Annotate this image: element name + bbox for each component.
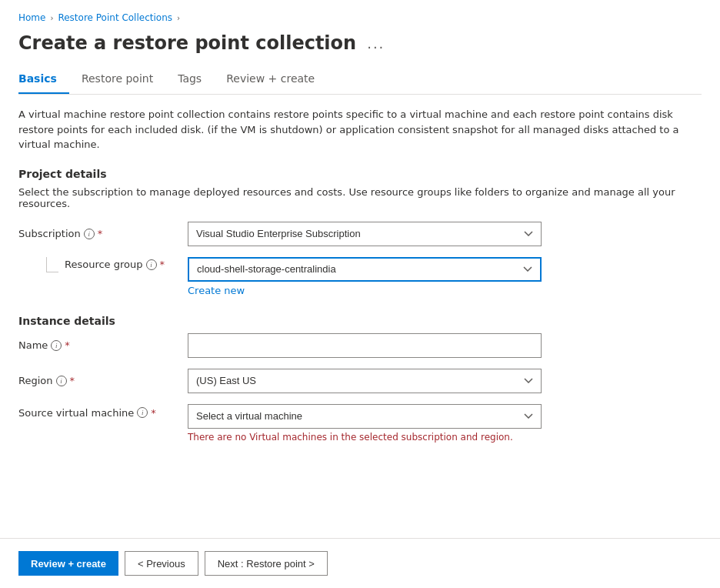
- resource-group-label: Resource group: [65, 259, 143, 270]
- project-details-title: Project details: [18, 168, 702, 180]
- tab-review-create[interactable]: Review + create: [226, 66, 327, 94]
- region-required: *: [70, 375, 75, 386]
- breadcrumb-home[interactable]: Home: [18, 12, 45, 23]
- breadcrumb-restore-collections[interactable]: Restore Point Collections: [58, 12, 172, 23]
- tab-bar: Basics Restore point Tags Review + creat…: [18, 66, 702, 95]
- source-vm-label: Source virtual machine: [18, 407, 134, 419]
- source-vm-info-icon[interactable]: i: [137, 407, 148, 418]
- source-vm-required: *: [151, 407, 156, 419]
- name-label: Name: [18, 339, 48, 351]
- resource-group-select[interactable]: cloud-shell-storage-centralindia: [188, 257, 542, 282]
- instance-details-title: Instance details: [18, 315, 702, 327]
- region-info-icon[interactable]: i: [56, 376, 67, 386]
- subscription-label: Subscription: [18, 228, 81, 239]
- breadcrumb: Home › Restore Point Collections ›: [18, 12, 702, 23]
- resource-group-row: Resource group i * cloud-shell-storage-c…: [18, 257, 702, 296]
- subscription-select[interactable]: Visual Studio Enterprise Subscription: [188, 222, 542, 246]
- review-create-button[interactable]: Review + create: [18, 551, 118, 576]
- project-details-section: Project details Select the subscription …: [18, 168, 702, 296]
- region-row: Region i * (US) East US: [18, 369, 702, 393]
- resource-group-info-icon[interactable]: i: [146, 259, 157, 270]
- subscription-row: Subscription i * Visual Studio Enterpris…: [18, 222, 702, 246]
- subscription-info-icon[interactable]: i: [84, 229, 95, 239]
- source-vm-error: There are no Virtual machines in the sel…: [188, 432, 542, 443]
- resource-group-required: *: [160, 259, 165, 270]
- tab-basics[interactable]: Basics: [18, 66, 69, 94]
- region-select[interactable]: (US) East US: [188, 369, 542, 393]
- breadcrumb-chevron-1: ›: [50, 14, 53, 22]
- breadcrumb-chevron-2: ›: [177, 14, 180, 22]
- previous-button[interactable]: < Previous: [125, 551, 198, 576]
- page-title: Create a restore point collection: [18, 32, 356, 54]
- more-options-button[interactable]: ...: [364, 34, 388, 53]
- name-row: Name i *: [18, 333, 702, 358]
- tab-restore-point[interactable]: Restore point: [82, 66, 165, 94]
- indent-decoration: [46, 257, 58, 272]
- name-info-icon[interactable]: i: [51, 340, 62, 351]
- page-description: A virtual machine restore point collecti…: [18, 107, 695, 152]
- name-required: *: [65, 339, 70, 351]
- region-label: Region: [18, 375, 53, 386]
- subscription-required: *: [98, 228, 103, 239]
- source-vm-row: Source virtual machine i * Select a virt…: [18, 404, 702, 443]
- name-input[interactable]: [188, 333, 542, 358]
- next-button[interactable]: Next : Restore point >: [205, 551, 328, 576]
- instance-details-section: Instance details Name i * Region i * (US…: [18, 315, 702, 443]
- project-details-subtitle: Select the subscription to manage deploy…: [18, 186, 702, 209]
- tab-tags[interactable]: Tags: [178, 66, 214, 94]
- source-vm-select[interactable]: Select a virtual machine: [188, 404, 542, 429]
- footer: Review + create < Previous Next : Restor…: [0, 539, 720, 588]
- create-new-resource-group-link[interactable]: Create new: [188, 285, 542, 296]
